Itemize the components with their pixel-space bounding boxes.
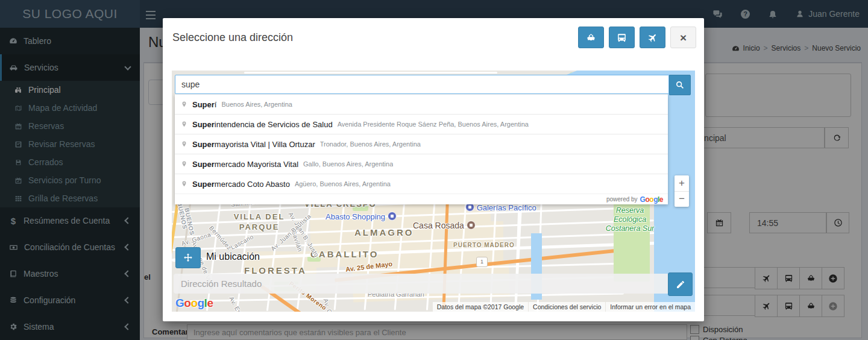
google-logo: Google [640, 195, 663, 204]
suggestion-item[interactable]: Supermayorista Vital | Villa Ortuzar Tro… [175, 134, 668, 154]
route-shield: 1 [476, 257, 488, 267]
suggestion-item[interactable]: Supermercado Coto Abasto Agüero, Buenos … [175, 174, 668, 194]
map-label: Reserva Ecológica Costanera Sur [600, 206, 660, 233]
app-root: SU LOGO AQUI ? Juan Gerente Tablero Serv… [0, 0, 868, 340]
address-search-input[interactable] [175, 75, 669, 94]
map-label: VILLA DEL PARQUE [223, 212, 295, 233]
map-pin-icon [181, 160, 187, 168]
bus-icon [617, 33, 627, 43]
powered-by-google: powered by Google [175, 194, 668, 204]
terms-link[interactable]: Condiciones del servicio [529, 302, 605, 312]
modal-title: Seleccione una dirección [172, 31, 293, 44]
map-poi-label: Casa Rosada [413, 221, 476, 230]
map-label: CABALLITO [310, 249, 379, 259]
address-modal: Seleccione una dirección × [163, 18, 704, 321]
pencil-icon [676, 280, 685, 289]
street-label: Av. Escalada [228, 295, 252, 312]
map-pin-icon [181, 120, 187, 128]
zoom-in-button[interactable]: + [675, 175, 689, 192]
my-location-label: Mi ubicación [206, 251, 260, 262]
ship-icon [586, 33, 596, 43]
map-pin-icon [181, 140, 187, 148]
search-icon [675, 80, 685, 90]
search-button[interactable] [669, 75, 691, 95]
map-data-copyright: Datos del mapa ©2017 Google [433, 302, 528, 312]
suggestion-item[interactable]: Supermercado Mayorista Vital Gallo, Buen… [175, 154, 668, 174]
map-attribution: Datos del mapa ©2017 Google Condiciones … [433, 302, 695, 312]
suggestion-item[interactable]: Superí Buenos Aires, Argentina [175, 94, 668, 114]
bus-mode-button[interactable] [609, 27, 635, 48]
plane-mode-button[interactable] [640, 27, 665, 48]
my-location-button[interactable] [175, 247, 201, 268]
move-crosshair-icon [183, 253, 193, 263]
autocomplete-dropdown: Superí Buenos Aires, Argentina Superinte… [175, 94, 668, 204]
zoom-out-button[interactable]: − [675, 192, 689, 207]
map-label: PUERTO MADERO [453, 242, 515, 248]
map-zoom-control: + − [675, 175, 689, 207]
map-canvas[interactable]: VILLA CRESPO Abasto Shopping ALMAGRO Cas… [172, 71, 695, 312]
edit-address-button[interactable] [668, 272, 693, 296]
suggestion-item[interactable]: Superintendencia de Servicios de Salud A… [175, 114, 668, 134]
result-address-input[interactable] [174, 274, 668, 294]
report-error-link[interactable]: Informar un error en el mapa [606, 302, 695, 312]
google-logo[interactable]: Google [175, 297, 213, 310]
ship-mode-button[interactable] [578, 27, 604, 48]
shopping-poi-icon [388, 212, 397, 221]
map-label: ALMAGRO [354, 227, 414, 238]
museum-poi-icon [467, 221, 476, 230]
plane-icon [645, 30, 659, 45]
close-icon: × [680, 32, 687, 43]
map-poi-label: Abasto Shopping [326, 212, 397, 221]
close-button[interactable]: × [670, 27, 696, 48]
modal-toolbar: × [578, 27, 696, 48]
map-pin-icon [181, 100, 187, 109]
map-pin-icon [181, 180, 187, 188]
